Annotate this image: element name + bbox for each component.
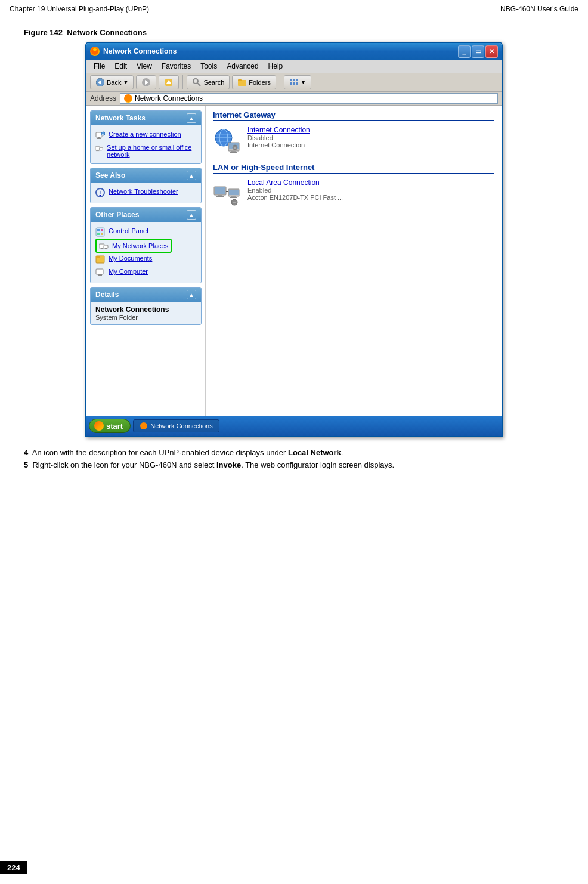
page-content: Figure 142 Network Connections Network C… xyxy=(0,18,588,481)
svg-rect-15 xyxy=(296,79,298,81)
svg-rect-36 xyxy=(101,248,103,249)
menu-help[interactable]: Help xyxy=(264,61,288,72)
toolbar-separator-2 xyxy=(280,75,280,89)
svg-rect-63 xyxy=(230,197,237,198)
search-button[interactable]: Search xyxy=(187,75,230,89)
my-documents-label: My Documents xyxy=(109,255,152,262)
address-icon xyxy=(124,94,132,103)
network-tasks-header: Network Tasks ▲ xyxy=(91,111,201,125)
svg-rect-37 xyxy=(100,249,104,249)
step5-end: . The web configurator login screen disp… xyxy=(241,460,394,469)
search-label: Search xyxy=(203,79,224,86)
setup-network-label: Set up a home or small office network xyxy=(107,144,196,158)
figure-label: Figure 142 Network Connections xyxy=(24,28,564,37)
svg-rect-28 xyxy=(100,147,103,150)
other-places-body: Control Panel My Network Places xyxy=(91,222,201,283)
start-icon xyxy=(94,421,104,431)
menu-favorites[interactable]: Favorites xyxy=(157,61,196,72)
svg-text:+: + xyxy=(102,132,104,136)
internet-gateway-heading: Internet Gateway xyxy=(213,110,494,121)
other-places-header: Other Places ▲ xyxy=(91,208,201,222)
svg-rect-38 xyxy=(104,245,108,248)
setup-network-link[interactable]: Set up a home or small office network xyxy=(95,142,196,160)
taskbar-task[interactable]: Network Connections xyxy=(133,419,219,432)
up-icon xyxy=(164,78,174,87)
details-collapse-icon[interactable]: ▲ xyxy=(187,290,196,299)
svg-rect-57 xyxy=(215,187,225,194)
see-also-section: See Also ▲ i Network Troubleshooter xyxy=(90,168,202,203)
taskbar-task-icon xyxy=(140,422,148,430)
svg-rect-32 xyxy=(101,229,103,231)
my-network-places-icon xyxy=(99,241,109,251)
svg-rect-43 xyxy=(98,274,102,276)
create-connection-label: Create a new connection xyxy=(109,131,181,138)
toolbar-separator-1 xyxy=(182,75,183,89)
minimize-button[interactable]: _ xyxy=(458,45,471,58)
up-button[interactable] xyxy=(159,75,179,89)
svg-rect-42 xyxy=(96,269,103,274)
menu-file[interactable]: File xyxy=(89,61,110,72)
menu-advanced[interactable]: Advanced xyxy=(222,61,263,72)
title-bar-controls: _ ▭ ✕ xyxy=(458,45,498,58)
svg-point-9 xyxy=(193,79,198,84)
folders-button[interactable]: Folders xyxy=(232,75,276,89)
back-button[interactable]: Back ▼ xyxy=(90,75,134,89)
view-icon xyxy=(289,78,299,87)
internet-connection-item: Internet Connection Disabled Internet Co… xyxy=(213,126,494,154)
step5-number: 5 xyxy=(24,460,28,469)
taskbar-task-label: Network Connections xyxy=(150,422,213,429)
my-network-places-link[interactable]: My Network Places xyxy=(95,239,172,253)
lan-connection-name[interactable]: Local Area Connection xyxy=(247,178,494,187)
internet-connection-info: Internet Connection Disabled Internet Co… xyxy=(247,126,494,149)
create-connection-link[interactable]: + Create a new connection xyxy=(95,129,196,142)
internet-connection-name[interactable]: Internet Connection xyxy=(247,126,494,134)
address-value-box[interactable]: Network Connections xyxy=(120,93,498,104)
svg-rect-13 xyxy=(290,79,292,81)
other-places-collapse-icon[interactable]: ▲ xyxy=(187,210,196,220)
lan-connection-info: Local Area Connection Enabled Accton EN1… xyxy=(247,178,494,201)
create-connection-icon: + xyxy=(95,131,105,140)
menu-edit[interactable]: Edit xyxy=(110,61,132,72)
svg-rect-22 xyxy=(97,138,101,139)
control-panel-label: Control Panel xyxy=(109,227,148,234)
folders-label: Folders xyxy=(249,79,271,86)
svg-rect-39 xyxy=(105,248,107,249)
close-button[interactable]: ✕ xyxy=(485,45,498,58)
step5-text: Right-click on the icon for your NBG-460… xyxy=(32,460,216,469)
lan-connection-item: Local Area Connection Enabled Accton EN1… xyxy=(213,178,494,207)
maximize-button[interactable]: ▭ xyxy=(472,45,484,58)
menu-view[interactable]: View xyxy=(132,61,157,72)
my-computer-link[interactable]: My Computer xyxy=(95,266,196,279)
other-places-title: Other Places xyxy=(95,211,139,219)
menu-bar: File Edit View Favorites Tools Advanced … xyxy=(86,60,502,73)
svg-rect-14 xyxy=(293,79,295,81)
troubleshooter-link[interactable]: i Network Troubleshooter xyxy=(95,186,196,199)
step4-text: An icon with the description for each UP… xyxy=(32,448,288,457)
figure-title-text: Network Connections xyxy=(67,28,147,37)
svg-rect-62 xyxy=(231,196,236,197)
svg-rect-20 xyxy=(96,132,102,137)
svg-point-19 xyxy=(125,95,132,102)
forward-button[interactable] xyxy=(136,75,156,89)
lan-connection-desc: Accton EN1207D-TX PCI Fast ... xyxy=(247,194,494,201)
network-tasks-body: + Create a new connection xyxy=(91,125,201,163)
back-label: Back xyxy=(107,79,121,86)
control-panel-link[interactable]: Control Panel xyxy=(95,225,196,239)
my-documents-link[interactable]: My Documents xyxy=(95,253,196,266)
svg-rect-21 xyxy=(98,137,100,138)
svg-rect-17 xyxy=(293,82,295,85)
view-arrow-icon: ▼ xyxy=(301,79,306,85)
svg-rect-27 xyxy=(96,150,100,151)
details-header: Details ▲ xyxy=(91,288,201,302)
start-button[interactable]: start xyxy=(89,419,131,433)
network-tasks-collapse-icon[interactable]: ▲ xyxy=(187,113,196,123)
start-label: start xyxy=(106,422,123,431)
step4-bold: Local Network xyxy=(288,448,341,457)
svg-rect-66 xyxy=(233,202,236,203)
svg-rect-31 xyxy=(97,229,100,231)
back-icon xyxy=(95,78,105,87)
see-also-collapse-icon[interactable]: ▲ xyxy=(187,171,196,180)
menu-tools[interactable]: Tools xyxy=(196,61,222,72)
internet-connection-icon xyxy=(213,126,242,154)
view-button[interactable]: ▼ xyxy=(284,75,311,89)
